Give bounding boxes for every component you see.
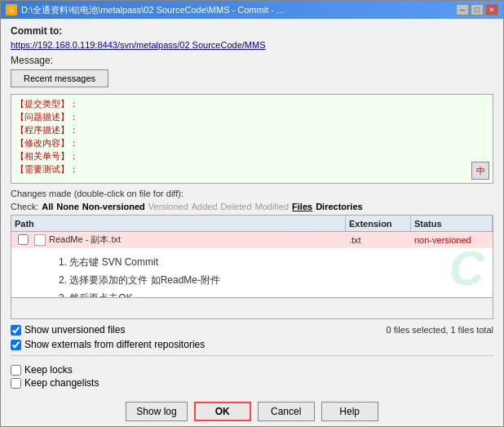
file-path-cell: ReadMe - 副本.txt xyxy=(11,232,346,247)
msg-line-2: 【问题描述】： xyxy=(15,110,489,123)
msg-line-5: 【相关单号】： xyxy=(15,149,489,162)
keep-locks-row: Keep locks xyxy=(11,364,493,376)
title-bar: S D:\全通资料\铝电池\metalpass\02 SourceCode\MM… xyxy=(1,1,503,19)
show-externals-checkbox[interactable] xyxy=(11,340,21,350)
watermark: C xyxy=(449,240,484,296)
bottom-checkboxes: Keep locks Keep changelists xyxy=(11,364,493,389)
minimize-button[interactable]: ─ xyxy=(456,4,469,16)
table-row[interactable]: ReadMe - 副本.txt .txt non-versioned xyxy=(11,232,493,248)
show-unversioned-checkbox[interactable] xyxy=(11,325,21,336)
recent-messages-button[interactable]: Recent messages xyxy=(11,69,108,87)
header-status: Status xyxy=(411,216,493,231)
annotation-3: 3. 然后再点击OK xyxy=(59,289,323,297)
keep-changelists-label: Keep changelists xyxy=(24,377,99,389)
window-title: D:\全通资料\铝电池\metalpass\02 SourceCode\MMS … xyxy=(21,4,456,16)
show-log-button[interactable]: Show log xyxy=(126,402,187,421)
file-status-cell: non-versioned xyxy=(411,232,493,247)
check-nonversioned[interactable]: Non-versioned xyxy=(82,202,145,211)
ime-toggle-button[interactable]: 中 xyxy=(471,162,489,180)
title-buttons: ─ □ ✕ xyxy=(456,4,498,16)
message-label: Message: xyxy=(11,55,493,66)
check-filter-row: Check: All None Non-versioned Versioned … xyxy=(11,202,493,211)
show-externals-label: Show externals from different repositori… xyxy=(24,339,205,350)
content-area: Commit to: https://192.168.0.119:8443/sv… xyxy=(1,19,503,395)
annotation-area: 1. 先右键 SVN Commit 2. 选择要添加的文件 如ReadMe-附件… xyxy=(52,250,329,297)
msg-line-6: 【需要测试】： xyxy=(15,162,489,176)
ok-button[interactable]: OK xyxy=(194,402,251,421)
check-files[interactable]: Files xyxy=(292,202,312,211)
check-none[interactable]: None xyxy=(56,202,79,211)
annotation-2: 2. 选择要添加的文件 如ReadMe-附件 xyxy=(59,271,323,289)
check-label: Check: xyxy=(11,202,38,211)
file-table: Path Extension Status ReadMe - 副本.txt .t… xyxy=(11,215,493,319)
file-check-input[interactable] xyxy=(18,234,29,245)
show-unversioned-label: Show unversioned files xyxy=(24,324,125,336)
bottom-status-row: Show unversioned files 0 files selected,… xyxy=(11,324,493,336)
show-unversioned-row: Show unversioned files xyxy=(11,324,125,336)
file-checkbox[interactable] xyxy=(15,234,31,245)
file-name: ReadMe - 副本.txt xyxy=(49,234,121,246)
selection-status: 0 files selected, 1 files total xyxy=(387,325,493,335)
msg-line-1: 【提交类型】： xyxy=(15,97,489,110)
cancel-button[interactable]: Cancel xyxy=(258,402,315,421)
check-modified[interactable]: Modified xyxy=(255,202,290,211)
check-added[interactable]: Added xyxy=(192,202,218,211)
horizontal-scrollbar[interactable] xyxy=(11,297,493,309)
check-all[interactable]: All xyxy=(42,202,53,211)
file-icon xyxy=(34,234,46,246)
divider-1 xyxy=(11,355,493,356)
keep-changelists-checkbox[interactable] xyxy=(11,378,21,389)
keep-locks-label: Keep locks xyxy=(24,364,73,376)
msg-line-3: 【程序描述】： xyxy=(15,123,489,136)
bottom-buttons: Show log OK Cancel Help xyxy=(1,395,503,426)
close-button[interactable]: ✕ xyxy=(485,4,498,16)
check-directories[interactable]: Directories xyxy=(316,202,362,211)
keep-changelists-row: Keep changelists xyxy=(11,377,493,389)
table-header: Path Extension Status xyxy=(11,216,493,232)
show-externals-row: Show externals from different repositori… xyxy=(11,339,493,350)
app-icon: S xyxy=(6,4,17,16)
file-extension-cell: .txt xyxy=(346,232,411,247)
message-area[interactable]: 【提交类型】： 【问题描述】： 【程序描述】： 【修改内容】： 【相关单号】： … xyxy=(11,94,493,184)
header-extension: Extension xyxy=(346,216,411,231)
check-deleted[interactable]: Deleted xyxy=(221,202,252,211)
changes-label: Changes made (double-click on file for d… xyxy=(11,189,493,198)
keep-locks-checkbox[interactable] xyxy=(11,365,21,376)
commit-window: S D:\全通资料\铝电池\metalpass\02 SourceCode\MM… xyxy=(0,0,504,427)
check-versioned[interactable]: Versioned xyxy=(148,202,188,211)
commit-to-label: Commit to: xyxy=(11,25,493,37)
commit-url: https://192.168.0.119:8443/svn/metalpass… xyxy=(11,40,493,50)
annotation-1: 1. 先右键 SVN Commit xyxy=(59,253,323,271)
maximize-button[interactable]: □ xyxy=(471,4,484,16)
msg-line-4: 【修改内容】： xyxy=(15,136,489,149)
header-path: Path xyxy=(11,216,346,231)
help-button[interactable]: Help xyxy=(321,402,378,421)
table-body: ReadMe - 副本.txt .txt non-versioned 1. 先右… xyxy=(11,232,493,297)
